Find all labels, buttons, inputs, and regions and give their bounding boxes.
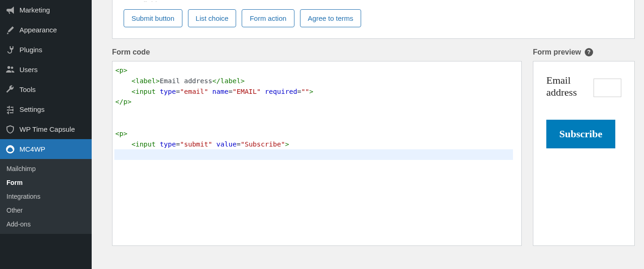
sliders-icon	[6, 105, 15, 114]
menu-item-appearance[interactable]: Appearance	[0, 20, 92, 40]
menu-label: MC4WP	[19, 145, 45, 153]
submenu-mailchimp[interactable]: Mailchimp	[0, 162, 92, 176]
menu-item-wptimecapsule[interactable]: WP Time Capsule	[0, 119, 92, 139]
brush-icon	[6, 25, 15, 35]
form-field-buttons: Submit button List choice Form action Ag…	[124, 9, 623, 27]
menu-item-settings[interactable]: Settings	[0, 99, 92, 119]
field-btn-list-choice[interactable]: List choice	[188, 9, 237, 27]
form-preview-heading-text: Form preview	[533, 48, 581, 56]
mc4wp-submenu: Mailchimp Form Integrations Other Add-on…	[0, 159, 92, 234]
preview-email-input[interactable]	[594, 79, 621, 97]
submenu-form[interactable]: Form	[0, 176, 92, 190]
mc4wp-icon	[6, 145, 15, 154]
content-area: Form fields Submit button List choice Fo…	[92, 0, 644, 269]
menu-item-mc4wp[interactable]: MC4WP	[0, 139, 92, 159]
wrench-icon	[6, 85, 15, 94]
menu-item-marketing[interactable]: Marketing	[0, 0, 92, 20]
menu-label: Tools	[19, 86, 36, 93]
menu-label: WP Time Capsule	[19, 125, 75, 133]
menu-label: Appearance	[19, 26, 57, 34]
users-icon	[6, 65, 15, 74]
form-code-heading: Form code	[112, 48, 522, 56]
field-btn-form-action[interactable]: Form action	[242, 9, 294, 27]
menu-item-users[interactable]: Users	[0, 60, 92, 79]
field-btn-submit[interactable]: Submit button	[124, 9, 182, 27]
megaphone-icon	[6, 6, 15, 15]
menu-label: Plugins	[19, 46, 42, 54]
menu-label: Marketing	[19, 6, 50, 14]
field-btn-agree-terms[interactable]: Agree to terms	[300, 9, 361, 27]
shield-icon	[6, 125, 15, 134]
preview-email-label: Email address	[546, 74, 588, 98]
form-fields-heading: Form fields	[124, 0, 623, 2]
submenu-integrations[interactable]: Integrations	[0, 190, 92, 203]
menu-label: Settings	[19, 105, 44, 113]
submenu-other[interactable]: Other	[0, 203, 92, 217]
preview-subscribe-button[interactable]: Subscribe	[546, 120, 615, 148]
plug-icon	[6, 45, 15, 55]
menu-item-plugins[interactable]: Plugins	[0, 40, 92, 60]
form-code-editor[interactable]: <p> <label>Email address</label> <input …	[112, 61, 522, 246]
submenu-addons[interactable]: Add-ons	[0, 217, 92, 231]
form-code-column: Form code <p> <label>Email address</labe…	[112, 48, 522, 246]
form-preview-box: Email address Subscribe	[533, 61, 635, 246]
editor-active-line	[114, 149, 513, 160]
form-preview-column: Form preview ? Email address Subscribe	[533, 48, 635, 246]
form-preview-heading: Form preview ?	[533, 48, 635, 56]
form-fields-card: Form fields Submit button List choice Fo…	[112, 0, 635, 39]
menu-item-tools[interactable]: Tools	[0, 79, 92, 99]
admin-sidebar: Marketing Appearance Plugins Users Tools…	[0, 0, 92, 269]
help-icon[interactable]: ?	[585, 48, 593, 56]
menu-label: Users	[19, 66, 38, 73]
